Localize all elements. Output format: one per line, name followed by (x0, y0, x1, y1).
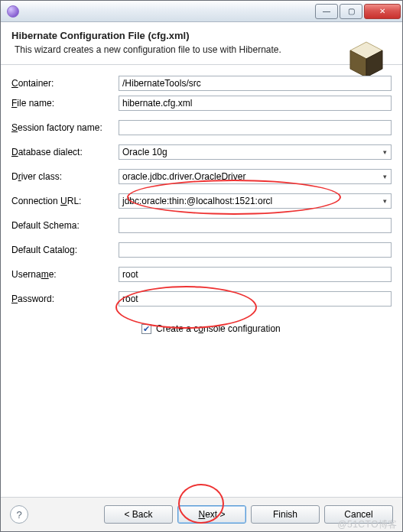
catalog-label: Default Catalog: (11, 245, 119, 255)
container-label: Container: (11, 78, 119, 89)
dialect-value: Oracle 10g (122, 147, 167, 157)
filename-label: File name: (11, 98, 119, 109)
driver-value: oracle.jdbc.driver.OracleDriver (122, 171, 245, 182)
maximize-button[interactable]: ▢ (340, 4, 362, 19)
chevron-down-icon: ▾ (379, 148, 391, 156)
watermark: @51CTO博客 (337, 518, 398, 531)
finish-button[interactable]: Finish (251, 505, 320, 524)
wizard-header: Hibernate Configuration File (cfg.xml) T… (1, 22, 402, 65)
chevron-down-icon: ▾ (379, 173, 391, 180)
session-factory-label: Session factory name: (11, 122, 119, 133)
password-input[interactable]: root (119, 291, 392, 307)
url-dropdown[interactable]: jdbc:oracle:thin:@localhost:1521:orcl▾ (119, 193, 392, 209)
url-value: jdbc:oracle:thin:@localhost:1521:orcl (122, 196, 272, 206)
dialect-dropdown[interactable]: Oracle 10g▾ (119, 144, 392, 160)
wizard-title: Hibernate Configuration File (cfg.xml) (11, 30, 392, 41)
close-button[interactable]: ✕ (364, 4, 401, 19)
driver-dropdown[interactable]: oracle.jdbc.driver.OracleDriver▾ (119, 169, 392, 184)
titlebar: — ▢ ✕ (1, 1, 402, 22)
dialect-label: Database dialect: (11, 147, 119, 157)
console-checkbox[interactable]: ✔ (141, 324, 151, 334)
url-label: Connection URL: (11, 196, 119, 206)
driver-label: Driver class: (11, 171, 119, 182)
password-label: Password: (11, 294, 119, 304)
schema-input[interactable] (119, 218, 392, 233)
session-factory-input[interactable] (119, 120, 392, 135)
back-button[interactable]: < Back (104, 505, 173, 524)
minimize-button[interactable]: — (315, 4, 338, 19)
filename-input[interactable]: hibernate.cfg.xml (119, 96, 392, 111)
next-button[interactable]: Next > (177, 505, 246, 524)
username-label: Username: (11, 269, 119, 280)
username-input[interactable]: root (119, 267, 392, 282)
app-icon (7, 5, 19, 18)
form-area: Container: /HibernateTools/src File name… (1, 65, 402, 340)
console-label: Create a console configuration (156, 323, 281, 334)
wizard-subtitle: This wizard creates a new configuration … (15, 44, 392, 55)
schema-label: Default Schema: (11, 220, 119, 231)
chevron-down-icon: ▾ (379, 197, 391, 205)
help-button[interactable]: ? (10, 505, 28, 524)
container-input[interactable]: /HibernateTools/src (119, 76, 392, 91)
catalog-input[interactable] (119, 242, 392, 258)
